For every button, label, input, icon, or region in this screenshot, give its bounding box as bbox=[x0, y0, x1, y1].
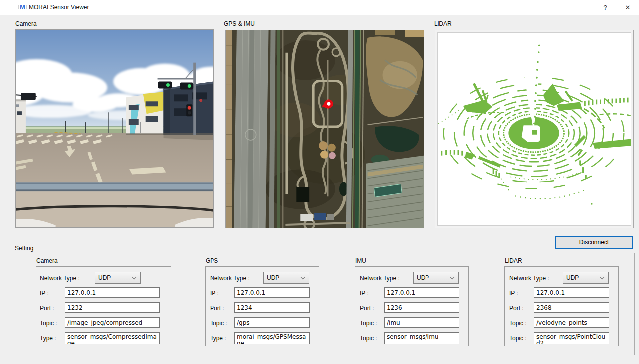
topic-input-imu[interactable] bbox=[384, 317, 459, 328]
port-label: Port : bbox=[40, 305, 54, 312]
ip-label: IP : bbox=[509, 290, 518, 297]
logo-letter: M bbox=[20, 3, 25, 11]
port-input-camera[interactable] bbox=[65, 302, 160, 313]
port-input-gps[interactable] bbox=[234, 302, 310, 313]
network-type-combo-imu[interactable]: UDP bbox=[413, 272, 459, 284]
gps-map-image bbox=[226, 30, 424, 228]
combo-value: UDP bbox=[566, 274, 579, 281]
logo-tick-left bbox=[18, 5, 19, 9]
type-input-imu[interactable]: sensor_msgs/​Imu bbox=[384, 332, 459, 344]
camera-panel-label: Camera bbox=[15, 20, 37, 27]
type-input-camera[interactable]: sensor_msgs/​CompressedImage bbox=[65, 332, 160, 344]
lidar-panel-label: LiDAR bbox=[434, 20, 452, 27]
topic-label: Topic : bbox=[210, 320, 227, 327]
network-type-combo-gps[interactable]: UDP bbox=[263, 272, 309, 284]
topic-input-lidar[interactable] bbox=[534, 317, 609, 328]
lidar-viewport bbox=[435, 30, 634, 228]
combo-value: UDP bbox=[267, 274, 279, 281]
ip-label: IP : bbox=[360, 290, 369, 297]
help-button[interactable]: ? bbox=[597, 0, 614, 15]
ip-input-gps[interactable] bbox=[234, 287, 310, 298]
lidar-canvas bbox=[437, 32, 631, 226]
chevron-down-icon bbox=[600, 275, 604, 279]
network-type-label: Network Type : bbox=[360, 275, 400, 282]
window-titlebar: M MORAI Sensor Viewer ? ✕ bbox=[0, 0, 639, 15]
group-title-lidar: LiDAR bbox=[505, 257, 522, 264]
camera-viewport bbox=[15, 29, 214, 228]
type2-label: Topic : bbox=[509, 335, 527, 342]
gps-viewport bbox=[225, 30, 424, 228]
port-label: Port : bbox=[509, 305, 524, 312]
network-type-combo-lidar[interactable]: UDP bbox=[563, 272, 609, 284]
sensor-group-camera: Camera Network Type : UDP IP : Port : To… bbox=[36, 257, 171, 346]
type-label: Type : bbox=[210, 335, 226, 342]
network-type-label: Network Type : bbox=[509, 275, 549, 282]
morai-logo-icon: M bbox=[18, 3, 27, 11]
type2-label: Topic : bbox=[360, 335, 377, 342]
gps-imu-panel-label: GPS & IMU bbox=[224, 20, 255, 27]
topic-label: Topic : bbox=[360, 320, 377, 327]
group-title-gps: GPS bbox=[206, 257, 218, 264]
setting-label: Setting bbox=[15, 245, 33, 252]
topic-label: Topic : bbox=[40, 320, 57, 327]
lidar-pointcloud-image bbox=[438, 33, 631, 226]
ip-label: IP : bbox=[40, 290, 49, 297]
sensor-group-lidar: LiDAR Network Type : UDP IP : Port : Top… bbox=[504, 257, 619, 346]
close-button[interactable]: ✕ bbox=[619, 0, 636, 15]
combo-value: UDP bbox=[417, 274, 429, 281]
app-window: M MORAI Sensor Viewer ? ✕ Camera GPS & I… bbox=[0, 0, 639, 364]
port-input-lidar[interactable] bbox=[534, 302, 609, 313]
sensor-group-gps: GPS Network Type : UDP IP : Port : Topic… bbox=[205, 257, 319, 346]
type-input-lidar[interactable]: sensor_msgs/​PointCloud2 bbox=[534, 332, 609, 344]
ip-input-lidar[interactable] bbox=[534, 287, 609, 298]
logo-tick-right bbox=[26, 5, 27, 9]
topic-input-gps[interactable] bbox=[234, 317, 310, 328]
network-type-label: Network Type : bbox=[210, 275, 250, 282]
type-label: Type : bbox=[40, 335, 56, 342]
left-building bbox=[16, 99, 26, 133]
ip-input-imu[interactable] bbox=[384, 287, 459, 298]
ip-label: IP : bbox=[210, 290, 219, 297]
ip-input-camera[interactable] bbox=[65, 287, 160, 298]
topic-label: Topic : bbox=[509, 320, 527, 327]
chevron-down-icon bbox=[301, 275, 305, 279]
mid-building bbox=[126, 92, 164, 134]
window-title: MORAI Sensor Viewer bbox=[29, 4, 89, 11]
chevron-down-icon bbox=[450, 275, 454, 279]
port-label: Port : bbox=[210, 305, 224, 312]
combo-value: UDP bbox=[98, 274, 111, 281]
chevron-down-icon bbox=[132, 275, 136, 279]
disconnect-button[interactable]: Disconnect bbox=[555, 236, 633, 249]
port-label: Port : bbox=[360, 305, 374, 312]
port-input-imu[interactable] bbox=[384, 302, 459, 313]
group-title-camera: Camera bbox=[36, 257, 58, 264]
topic-input-camera[interactable] bbox=[65, 317, 160, 328]
type-input-gps[interactable]: morai_msgs/​GPSMessage bbox=[234, 332, 310, 344]
camera-view-image bbox=[16, 30, 213, 227]
network-type-label: Network Type : bbox=[40, 275, 80, 282]
sensor-group-imu: IMU Network Type : UDP IP : Port : Topic… bbox=[355, 257, 469, 346]
group-title-imu: IMU bbox=[355, 257, 366, 264]
network-type-combo-camera[interactable]: UDP bbox=[95, 272, 141, 284]
